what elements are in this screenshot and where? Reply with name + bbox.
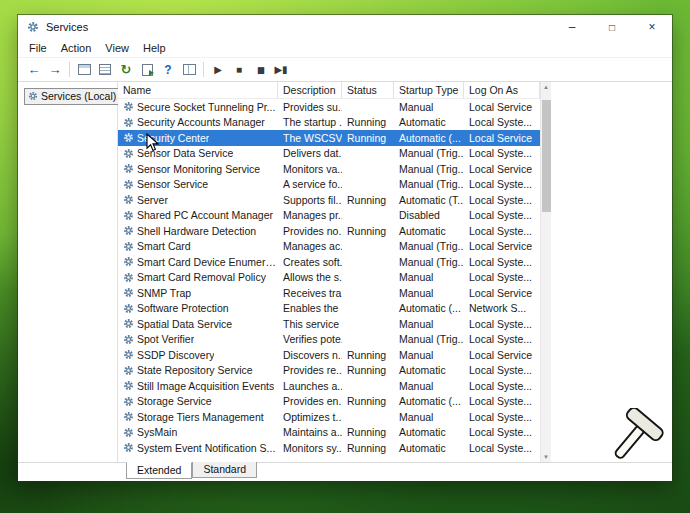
cell-status: Running <box>342 192 394 208</box>
services-window: Services – □ × File Action View Help ← →… <box>18 15 672 481</box>
service-row[interactable]: Smart Card Device Enumera... Creates sof… <box>118 254 540 270</box>
cell-log-on-as: Local Syste... <box>464 394 540 410</box>
cell-startup-type: Manual (Trig... <box>394 177 464 193</box>
cell-log-on-as: Local Syste... <box>464 208 540 224</box>
service-row[interactable]: Shell Hardware Detection Provides no... … <box>118 223 540 239</box>
column-header-startup-type[interactable]: Startup Type <box>394 82 464 99</box>
cell-description: Provides re... <box>278 363 342 379</box>
toolbar: ← → ↻ ? ▶ ■ ▮▮ ▶▮ <box>18 58 672 82</box>
cell-description: Maintains a... <box>278 425 342 441</box>
toolbar-separator <box>69 62 70 77</box>
service-gear-icon <box>123 303 134 314</box>
service-row[interactable]: Still Image Acquisition Events Launches … <box>118 378 540 394</box>
properties-icon[interactable] <box>95 60 115 80</box>
cell-name: Smart Card Removal Policy <box>118 270 278 286</box>
minimize-button[interactable]: – <box>552 15 592 39</box>
cell-startup-type: Manual (Trig... <box>394 332 464 348</box>
cell-startup-type: Manual (Trig... <box>394 146 464 162</box>
cell-startup-type: Manual <box>394 285 464 301</box>
cell-log-on-as: Local Syste... <box>464 332 540 348</box>
forward-icon[interactable]: → <box>45 60 65 80</box>
help-icon[interactable]: ? <box>158 60 178 80</box>
service-row[interactable]: Storage Tiers Management Optimizes t... … <box>118 409 540 425</box>
toolbar-separator <box>203 62 204 77</box>
stop-service-icon[interactable]: ■ <box>229 60 249 80</box>
cell-name: Smart Card <box>118 239 278 255</box>
cell-name: Secure Socket Tunneling Pr... <box>118 99 278 115</box>
maximize-button[interactable]: □ <box>592 15 632 39</box>
service-row[interactable]: SysMain Maintains a... Running Automatic… <box>118 425 540 441</box>
service-row[interactable]: Secure Socket Tunneling Pr... Provides s… <box>118 99 540 115</box>
sidebar-item-services-local[interactable]: Services (Local) <box>24 88 121 105</box>
tab-standard[interactable]: Standard <box>192 462 257 478</box>
service-row[interactable]: Spatial Data Service This service ... Ma… <box>118 316 540 332</box>
menu-action[interactable]: Action <box>54 40 99 56</box>
vertical-scrollbar[interactable]: ▲ ▼ <box>540 82 551 462</box>
close-button[interactable]: × <box>632 15 672 39</box>
cell-startup-type: Automatic <box>394 440 464 456</box>
titlebar[interactable]: Services – □ × <box>18 15 672 39</box>
view-icon[interactable] <box>179 60 199 80</box>
service-row[interactable]: Sensor Monitoring Service Monitors va...… <box>118 161 540 177</box>
service-row[interactable]: SNMP Trap Receives tra... Manual Local S… <box>118 285 540 301</box>
column-header-status[interactable]: Status <box>342 82 394 99</box>
menu-file[interactable]: File <box>22 40 54 56</box>
service-gear-icon <box>123 256 134 267</box>
export-list-icon[interactable] <box>137 60 157 80</box>
cell-log-on-as: Local Syste... <box>464 409 540 425</box>
menu-help[interactable]: Help <box>136 40 173 56</box>
service-row[interactable]: Spot Verifier Verifies pote... Manual (T… <box>118 332 540 348</box>
console-tree-pane: Services (Local) <box>18 82 118 462</box>
column-header-name[interactable]: Name <box>118 82 278 99</box>
cell-description: Delivers dat... <box>278 146 342 162</box>
service-row[interactable]: System Event Notification S... Monitors … <box>118 440 540 456</box>
service-row[interactable]: Smart Card Removal Policy Allows the s..… <box>118 270 540 286</box>
cell-description: Monitors va... <box>278 161 342 177</box>
menu-bar: File Action View Help <box>18 39 672 58</box>
cell-name: Storage Tiers Management <box>118 409 278 425</box>
cell-name: Server <box>118 192 278 208</box>
service-row[interactable]: Smart Card Manages ac... Manual (Trig...… <box>118 239 540 255</box>
cell-status <box>342 270 394 286</box>
scroll-up-icon[interactable]: ▲ <box>541 82 551 92</box>
service-row[interactable]: Server Supports fil... Running Automatic… <box>118 192 540 208</box>
service-row[interactable]: Security Center The WSCSV... Running Aut… <box>118 130 540 146</box>
service-gear-icon <box>123 179 134 190</box>
cell-startup-type: Automatic <box>394 425 464 441</box>
cell-startup-type: Disabled <box>394 208 464 224</box>
cell-name: System Event Notification S... <box>118 440 278 456</box>
service-row[interactable]: Sensor Service A service fo... Manual (T… <box>118 177 540 193</box>
start-service-icon[interactable]: ▶ <box>208 60 228 80</box>
service-row[interactable]: Storage Service Provides en... Running A… <box>118 394 540 410</box>
menu-view[interactable]: View <box>98 40 136 56</box>
service-gear-icon <box>123 287 134 298</box>
service-row[interactable]: SSDP Discovery Discovers n... Running Ma… <box>118 347 540 363</box>
cell-status <box>342 208 394 224</box>
service-row[interactable]: Sensor Data Service Delivers dat... Manu… <box>118 146 540 162</box>
column-header-description[interactable]: Description <box>278 82 342 99</box>
cell-status <box>342 285 394 301</box>
service-row[interactable]: Software Protection Enables the ... Auto… <box>118 301 540 317</box>
service-row[interactable]: State Repository Service Provides re... … <box>118 363 540 379</box>
service-gear-icon <box>123 132 134 143</box>
back-icon[interactable]: ← <box>24 60 44 80</box>
scroll-down-icon[interactable]: ▼ <box>541 452 551 462</box>
cell-status <box>342 409 394 425</box>
pause-service-icon[interactable]: ▮▮ <box>250 60 270 80</box>
cell-status: Running <box>342 347 394 363</box>
refresh-icon[interactable]: ↻ <box>116 60 136 80</box>
service-row[interactable]: Shared PC Account Manager Manages pr... … <box>118 208 540 224</box>
cell-log-on-as: Local Service <box>464 239 540 255</box>
cell-name: Security Accounts Manager <box>118 115 278 131</box>
scrollbar-thumb[interactable] <box>542 100 551 212</box>
cell-status: Running <box>342 363 394 379</box>
table-rows: Secure Socket Tunneling Pr... Provides s… <box>118 99 540 456</box>
cell-status <box>342 177 394 193</box>
restart-service-icon[interactable]: ▶▮ <box>271 60 291 80</box>
cell-status: Running <box>342 394 394 410</box>
tab-extended[interactable]: Extended <box>126 462 192 479</box>
service-row[interactable]: Security Accounts Manager The startup ..… <box>118 115 540 131</box>
show-console-tree-icon[interactable] <box>74 60 94 80</box>
column-header-log-on-as[interactable]: Log On As <box>464 82 540 99</box>
cell-name: Sensor Monitoring Service <box>118 161 278 177</box>
